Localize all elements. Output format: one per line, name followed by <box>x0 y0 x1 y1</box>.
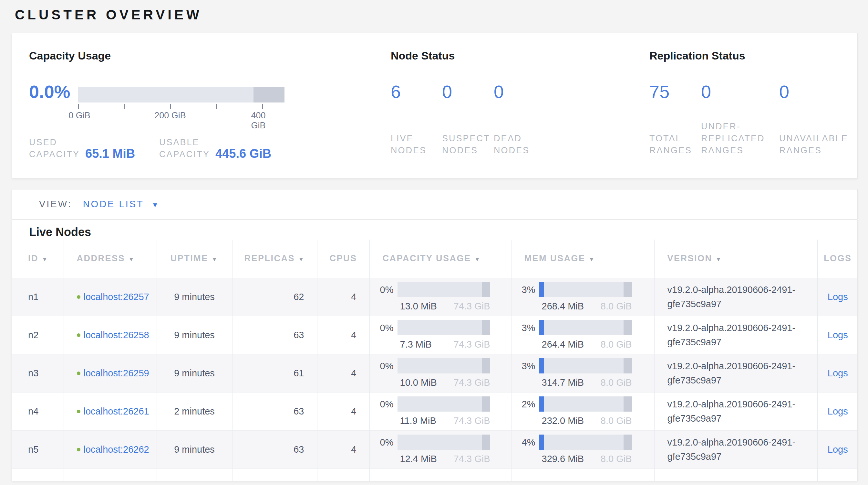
node-cpus: 4 <box>317 278 369 316</box>
live-status-dot <box>77 448 81 451</box>
usable-capacity-value: 445.6 GiB <box>215 147 271 161</box>
logs-link[interactable]: Logs <box>828 292 848 302</box>
node-address-link[interactable]: localhost:26259 <box>84 366 150 380</box>
used-capacity-value: 65.1 MiB <box>85 147 135 161</box>
view-label: VIEW: <box>39 199 72 209</box>
mem-bar <box>539 282 632 297</box>
logs-link[interactable]: Logs <box>828 444 848 455</box>
capacity-bar <box>398 396 490 411</box>
capacity-usage-cell: 0%13.0 MiB74.3 GiB <box>370 282 511 312</box>
cluster-summary-panel: Capacity Usage 0.0% 0 GiB <box>11 33 858 178</box>
node-version: v19.2.0-alpha.20190606-2491-gfe735c9a97 <box>654 278 817 316</box>
capacity-axis-ticks <box>78 104 284 110</box>
sort-arrow-icon[interactable]: ▼ <box>42 256 49 262</box>
mem-bar <box>539 396 632 411</box>
axis-label-400gib: 400 GiB <box>251 111 274 131</box>
column-header-version[interactable]: VERSION▼ <box>654 239 817 278</box>
mem-usage-cell: 3%264.4 MiB8.0 GiB <box>512 320 654 350</box>
capacity-bar <box>398 434 490 450</box>
table-header-row: ID▼ ADDRESS▼ UPTIME▼ REPLICAS▼ CPUS CAPA… <box>12 239 858 278</box>
capacity-usage-section: Capacity Usage 0.0% 0 GiB <box>29 50 313 160</box>
node-version: v19.2.0-alpha.20190606-2491-gfe735c9a97 <box>654 430 817 468</box>
live-status-dot <box>77 410 81 413</box>
unavailable-ranges-stat: 0 UNAVAILABLE RANGES <box>779 83 855 156</box>
live-status-dot <box>77 333 81 337</box>
view-dropdown[interactable]: NODE LIST ▼ <box>83 199 159 209</box>
node-replicas: 63 <box>232 430 317 468</box>
node-cpus: 4 <box>317 430 369 468</box>
node-uptime: 9 minutes <box>157 354 232 392</box>
node-address-link[interactable]: localhost:26261 <box>84 404 150 419</box>
capacity-usage-cell: 0%12.4 MiB74.3 GiB <box>370 434 511 464</box>
node-cpus: 4 <box>317 316 369 354</box>
sort-arrow-icon[interactable]: ▼ <box>474 256 481 262</box>
live-status-dot <box>77 372 81 375</box>
sort-arrow-icon[interactable]: ▼ <box>589 256 595 262</box>
mem-usage-cell: 3%314.7 MiB8.0 GiB <box>512 358 654 388</box>
capacity-bar <box>398 282 490 297</box>
node-address-link[interactable]: localhost:26258 <box>84 328 150 342</box>
capacity-usage-cell: 0%7.3 MiB74.3 GiB <box>370 320 511 350</box>
column-header-replicas[interactable]: REPLICAS▼ <box>232 239 317 278</box>
table-row: n1 localhost:26257 9 minutes 62 4 0%13.0… <box>12 278 858 316</box>
used-capacity-label: USED CAPACITY <box>29 137 81 160</box>
sort-arrow-icon[interactable]: ▼ <box>716 256 722 262</box>
sort-arrow-icon[interactable]: ▼ <box>298 256 305 262</box>
node-address-link[interactable]: localhost:26262 <box>84 442 150 457</box>
node-address-link[interactable]: localhost:26257 <box>84 290 150 304</box>
live-nodes-table: ID▼ ADDRESS▼ UPTIME▼ REPLICAS▼ CPUS CAPA… <box>12 239 858 481</box>
node-version: v19.2.0-alpha.20190606-2491-gfe735c9a97 <box>654 316 817 354</box>
logs-link[interactable]: Logs <box>828 330 848 340</box>
usable-capacity-label: USABLE CAPACITY <box>159 137 211 160</box>
table-row: n2 localhost:26258 9 minutes 63 4 0%7.3 … <box>12 316 858 354</box>
logs-link[interactable]: Logs <box>828 406 848 417</box>
view-selector-bar: VIEW: NODE LIST ▼ <box>11 189 858 219</box>
live-nodes-title: Live Nodes <box>12 220 857 239</box>
usable-capacity-stat: USABLE CAPACITY 445.6 GiB <box>159 137 271 160</box>
node-uptime: 9 minutes <box>157 430 232 468</box>
mem-bar <box>539 358 632 373</box>
axis-label-200gib: 200 GiB <box>154 111 186 121</box>
live-nodes-stat: 6 LIVE NODES <box>391 83 442 156</box>
mem-bar <box>539 320 632 335</box>
sort-arrow-icon[interactable]: ▼ <box>212 256 218 262</box>
under-replicated-ranges-stat: 0 UNDER-REPLICATED RANGES <box>701 83 779 156</box>
column-header-cpus: CPUS <box>317 239 369 278</box>
column-header-mem-usage[interactable]: MEM USAGE▼ <box>511 239 654 278</box>
node-version: v19.2.0-alpha.20190606-2491-gfe735c9a97 <box>654 354 817 392</box>
node-replicas: 63 <box>232 392 317 430</box>
node-cpus: 4 <box>317 354 369 392</box>
replication-status-title: Replication Status <box>649 50 856 62</box>
capacity-usage-gauge: 0 GiB 200 GiB 400 GiB <box>78 87 284 121</box>
capacity-bar <box>398 358 490 373</box>
table-row: n4 localhost:26261 2 minutes 63 4 0%11.9… <box>12 392 858 430</box>
logs-link[interactable]: Logs <box>828 368 848 378</box>
node-uptime: 2 minutes <box>157 392 232 430</box>
node-id: n1 <box>12 278 64 316</box>
table-row-partial <box>12 468 858 481</box>
capacity-usage-cell: 0%10.0 MiB74.3 GiB <box>370 358 511 388</box>
node-replicas: 62 <box>232 278 317 316</box>
column-header-address[interactable]: ADDRESS▼ <box>64 239 157 278</box>
node-id: n3 <box>12 354 64 392</box>
suspect-nodes-stat: 0 SUSPECT NODES <box>442 83 494 156</box>
node-replicas: 61 <box>232 354 317 392</box>
node-version: v19.2.0-alpha.20190606-2491-gfe735c9a97 <box>654 392 817 430</box>
node-id: n4 <box>12 392 64 430</box>
column-header-uptime[interactable]: UPTIME▼ <box>157 239 232 278</box>
column-header-capacity-usage[interactable]: CAPACITY USAGE▼ <box>369 239 511 278</box>
column-header-id[interactable]: ID▼ <box>12 239 64 278</box>
view-dropdown-value[interactable]: NODE LIST <box>83 199 144 209</box>
sort-arrow-icon[interactable]: ▼ <box>128 256 135 262</box>
chevron-down-icon[interactable]: ▼ <box>152 200 159 209</box>
node-id: n2 <box>12 316 64 354</box>
table-row: n5 localhost:26262 9 minutes 63 4 0%12.4… <box>12 430 858 468</box>
capacity-usage-title: Capacity Usage <box>29 50 313 62</box>
axis-label-0gib: 0 GiB <box>68 111 90 121</box>
node-cpus: 4 <box>317 392 369 430</box>
replication-status-section: Replication Status 75 TOTAL RANGES 0 UND… <box>649 50 856 156</box>
capacity-usage-cell: 0%11.9 MiB74.3 GiB <box>370 396 511 426</box>
capacity-bar <box>78 87 284 103</box>
node-status-title: Node Status <box>391 50 623 62</box>
live-status-dot <box>77 295 81 299</box>
